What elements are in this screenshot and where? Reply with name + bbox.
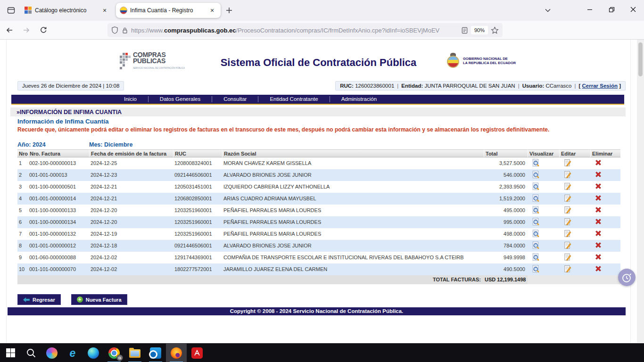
reload-button[interactable]: [36, 23, 51, 38]
search-button[interactable]: [21, 344, 41, 362]
eliminar-icon[interactable]: [594, 194, 603, 202]
invoice-row: 1 002-100-000000013 2024-12-25 120800832…: [17, 157, 620, 169]
window-minimize-button[interactable]: [579, 0, 601, 19]
list-all-tabs-chevron-icon[interactable]: [541, 4, 554, 17]
tab-infima-cuantia[interactable]: Infima Cuantía - Registro ×: [116, 3, 221, 18]
start-button[interactable]: [0, 344, 21, 362]
eliminar-icon[interactable]: [594, 159, 603, 167]
cell-total: 3,527.5000: [484, 157, 528, 169]
invoice-row: 10 001-101-000000070 2024-12-02 18022775…: [17, 263, 620, 275]
window-restore-button[interactable]: [601, 0, 622, 19]
window-close-button[interactable]: [622, 0, 644, 19]
acrobat-button[interactable]: [187, 344, 207, 362]
back-button[interactable]: [2, 23, 17, 38]
eliminar-icon[interactable]: [594, 230, 603, 238]
visualizar-icon[interactable]: [532, 194, 540, 202]
usuario-value: CCarrasco: [546, 83, 572, 89]
editar-icon[interactable]: [563, 182, 571, 190]
editar-icon[interactable]: [563, 218, 571, 226]
visualizar-icon[interactable]: [532, 218, 540, 226]
cell-ruc: 1206802850001: [173, 193, 222, 205]
editar-icon[interactable]: [563, 159, 571, 167]
url-bar[interactable]: https://www.compraspublicas.gob.ec/Proce…: [107, 23, 503, 37]
menu-item-administracion[interactable]: Administración: [330, 96, 388, 102]
copilot-button[interactable]: [41, 344, 62, 362]
edge-button[interactable]: [83, 344, 104, 362]
col-header-total: Total: [484, 149, 528, 157]
url-text: https://www.compraspublicas.gob.ec/Proce…: [131, 27, 461, 34]
usuario-label: Usuario:: [522, 83, 545, 89]
nueva-factura-button[interactable]: + Nueva Factura: [71, 294, 127, 305]
firefox-view-button[interactable]: [4, 3, 18, 17]
zoom-level-badge[interactable]: 90%: [471, 26, 488, 34]
editar-icon[interactable]: [563, 253, 571, 261]
cell-nro: 6: [17, 216, 28, 228]
section-title: Información de Infima Cuantía: [17, 118, 109, 125]
total-value: USD 12,199.1498: [484, 275, 528, 284]
tab-close-icon[interactable]: ×: [207, 6, 217, 15]
chrome-button[interactable]: G: [104, 344, 124, 362]
table-total-row: TOTAL FACTURAS: USD 12,199.1498: [17, 275, 620, 284]
col-header-eliminar: Eliminar: [590, 149, 620, 157]
reader-view-icon[interactable]: [461, 27, 468, 34]
menu-item-entidad-contratante[interactable]: Entidad Contratante: [258, 96, 329, 102]
search-icon: [26, 348, 36, 358]
invoice-row: 9 001-060-000000088 2024-12-02 129174436…: [17, 252, 620, 263]
outlook-icon: [150, 347, 161, 359]
catalog-favicon-icon: [25, 7, 32, 14]
lock-icon[interactable]: [122, 27, 128, 34]
visualizar-icon[interactable]: [532, 171, 540, 179]
eliminar-icon[interactable]: [594, 265, 603, 273]
tab-catalogo[interactable]: Catálogo electrónico ×: [21, 3, 113, 18]
visualizar-icon[interactable]: [532, 253, 540, 261]
logout-link[interactable]: Cerrar Sesión: [582, 83, 618, 89]
cell-razon-social: MORAN CHAVEZ KAREM GISSELLA: [222, 157, 484, 169]
editar-icon[interactable]: [563, 265, 571, 273]
visualizar-icon[interactable]: [532, 206, 540, 214]
visualizar-icon[interactable]: [532, 159, 540, 167]
floating-timer-overlay-button[interactable]: [618, 269, 636, 286]
firefox-button[interactable]: [166, 344, 187, 362]
editar-icon[interactable]: [563, 171, 571, 179]
eliminar-icon[interactable]: [594, 206, 603, 214]
internet-explorer-button[interactable]: e: [62, 344, 83, 362]
gold-divider: [11, 104, 624, 105]
menu-item-datos-generales[interactable]: Datos Generales: [148, 96, 212, 102]
editar-icon[interactable]: [563, 206, 571, 214]
shield-icon[interactable]: [111, 26, 118, 34]
google-profile-badge: G: [116, 354, 123, 361]
visualizar-icon[interactable]: [532, 182, 540, 190]
visualizar-icon[interactable]: [532, 265, 540, 273]
gov-line1: GOBIERNO NACIONAL DE: [463, 57, 516, 61]
vertical-scrollbar[interactable]: [637, 40, 644, 343]
col-header-editar: Editar: [559, 149, 590, 157]
editar-icon[interactable]: [563, 230, 571, 238]
bracket: [: [578, 83, 580, 89]
visualizar-icon[interactable]: [532, 230, 540, 238]
separator: |: [574, 83, 576, 89]
eliminar-icon[interactable]: [594, 182, 603, 190]
editar-icon[interactable]: [563, 194, 571, 202]
cell-factura: 001-060-000000088: [28, 252, 89, 263]
eliminar-icon[interactable]: [594, 218, 603, 226]
outlook-button[interactable]: [145, 344, 166, 362]
forward-button[interactable]: [19, 23, 34, 38]
invoice-row: 6 001-100-000000134 2024-12-20 120325196…: [17, 216, 620, 228]
eliminar-icon[interactable]: [594, 171, 603, 179]
page-title: Sistema Oficial de Contratación Pública: [7, 57, 630, 69]
eliminar-icon[interactable]: [594, 241, 603, 249]
col-header-nro: Nro: [17, 149, 28, 157]
bookmark-star-icon[interactable]: [491, 26, 499, 34]
menu-item-consultar[interactable]: Consultar: [212, 96, 258, 102]
menu-item-inicio[interactable]: Inicio: [113, 96, 148, 102]
file-explorer-button[interactable]: [124, 344, 145, 362]
tab-close-icon[interactable]: ×: [100, 6, 109, 15]
editar-icon[interactable]: [563, 241, 571, 249]
regresar-button[interactable]: Regresar: [17, 294, 61, 305]
new-tab-button[interactable]: [223, 4, 236, 17]
cell-total: 546.0000: [484, 169, 528, 181]
eliminar-icon[interactable]: [594, 253, 603, 261]
visualizar-icon[interactable]: [532, 241, 540, 249]
scrollbar-thumb[interactable]: [638, 42, 643, 76]
col-header-razon: Razón Social: [222, 149, 484, 157]
